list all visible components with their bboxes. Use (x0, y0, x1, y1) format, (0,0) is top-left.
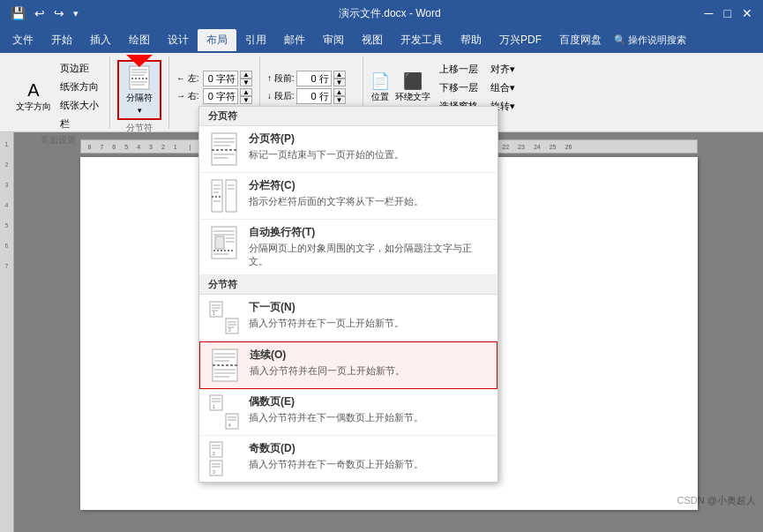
bring-forward-button[interactable]: 上移一层 (436, 61, 482, 78)
odd-page-text: 奇数页(D) 插入分节符并在下一奇数页上开始新节。 (249, 441, 489, 471)
tab-file[interactable]: 文件 (4, 29, 42, 51)
title-bar-left: 💾 ↩ ↪ ▾ (7, 4, 79, 22)
indent-left-label: ← 左: (176, 72, 201, 85)
next-page-desc: 插入分节符并在下一页上开始新节。 (249, 317, 489, 330)
watermark: CSDN @小奥超人 (677, 494, 756, 507)
even-page-item[interactable]: 1 4 偶数页(E) 插入分节符并在下一偶数页上开始新节。 (199, 389, 497, 436)
tab-references[interactable]: 引用 (236, 29, 275, 51)
tab-dev[interactable]: 开发工具 (392, 29, 452, 51)
redo-button[interactable]: ↪ (50, 4, 68, 22)
page-break-item[interactable]: 分页符(P) 标记一页结束与下一页开始的位置。 (199, 126, 497, 173)
paper-size-button[interactable]: 纸张大小 (56, 97, 102, 114)
document-title: 演示文件.docx - Word (339, 6, 441, 21)
svg-text:1: 1 (213, 404, 215, 409)
position-button[interactable]: 📄 位置 (370, 71, 390, 103)
spacing-after-row: ↓ 段后: ▲ ▼ (267, 88, 355, 104)
odd-page-item[interactable]: 2 3 奇数页(D) 插入分节符并在下一奇数页上开始新节。 (199, 436, 497, 482)
tab-start[interactable]: 开始 (42, 29, 81, 51)
wrap-break-title: 自动换行符(T) (249, 225, 489, 240)
column-break-title: 分栏符(C) (249, 178, 489, 193)
tab-review[interactable]: 审阅 (314, 29, 353, 51)
indent-right-row: → 右: ▲ ▼ (176, 88, 252, 104)
wrap-text-button[interactable]: ⬛ 环绕文字 (395, 71, 430, 103)
indent-left-up[interactable]: ▲ (240, 71, 252, 79)
continuous-title: 连续(O) (250, 348, 488, 363)
indent-right-down[interactable]: ▼ (240, 96, 252, 104)
even-page-icon: 1 4 (208, 394, 240, 430)
even-page-text: 偶数页(E) 插入分节符并在下一偶数页上开始新节。 (249, 394, 489, 424)
tab-wanxing[interactable]: 万兴PDF (490, 29, 550, 51)
wrap-break-item[interactable]: 自动换行符(T) 分隔网页上的对象周围的文字，如分隔题注文字与正文。 (199, 220, 497, 275)
indent-right-up[interactable]: ▲ (240, 88, 252, 96)
even-page-title: 偶数页(E) (249, 394, 489, 409)
maximize-button[interactable]: □ (721, 4, 735, 22)
page-break-text: 分页符(P) 标记一页结束与下一页开始的位置。 (249, 131, 489, 161)
quick-access-toolbar: 💾 ↩ ↪ ▾ (7, 4, 79, 22)
svg-marker-0 (126, 55, 153, 67)
page-break-header: 分页符 (199, 107, 497, 126)
group-button[interactable]: 组合▾ (487, 79, 519, 96)
indent-controls: ← 左: ▲ ▼ → 右: ▲ ▼ (176, 71, 252, 104)
continuous-item[interactable]: 连续(O) 插入分节符并在同一页上开始新节。 (199, 341, 497, 389)
tab-mail[interactable]: 邮件 (275, 29, 314, 51)
tab-layout[interactable]: 布局 (198, 29, 236, 51)
column-break-desc: 指示分栏符后面的文字将从下一栏开始。 (249, 195, 489, 208)
minimize-button[interactable]: ─ (701, 4, 717, 22)
section-break-header: 分节符 (199, 275, 497, 295)
spacing-after-down[interactable]: ▼ (333, 96, 346, 104)
svg-text:2: 2 (228, 327, 231, 333)
spacing-after-up[interactable]: ▲ (333, 88, 346, 96)
next-page-text: 下一页(N) 插入分节符并在下一页上开始新节。 (249, 300, 489, 330)
vertical-ruler: 1 2 3 4 5 6 7 (0, 132, 14, 532)
svg-rect-25 (215, 236, 224, 249)
column-break-item[interactable]: 分栏符(C) 指示分栏符后面的文字将从下一栏开始。 (199, 173, 497, 220)
tab-draw[interactable]: 绘图 (120, 29, 159, 51)
spacing-after-input[interactable] (296, 88, 332, 104)
indent-right-spinner: ▲ ▼ (240, 88, 252, 104)
tab-help[interactable]: 帮助 (452, 29, 490, 51)
spacing-before-spinner: ▲ ▼ (333, 71, 346, 86)
column-break-icon (208, 178, 240, 214)
wrap-break-desc: 分隔网页上的对象周围的文字，如分隔题注文字与正文。 (249, 242, 489, 269)
page-setup-group: A 文字方向 页边距 纸张方向 纸张大小 栏 页面设置 (7, 56, 110, 129)
orientation-button[interactable]: 纸张方向 (56, 79, 102, 95)
save-button[interactable]: 💾 (7, 4, 29, 22)
continuous-icon (209, 348, 241, 383)
send-backward-button[interactable]: 下移一层 (436, 79, 482, 96)
spacing-before-label: ↑ 段前: (267, 72, 295, 85)
column-break-text: 分栏符(C) 指示分栏符后面的文字将从下一栏开始。 (249, 178, 489, 208)
tab-baidu[interactable]: 百度网盘 (550, 29, 610, 51)
spacing-before-down[interactable]: ▼ (333, 79, 346, 86)
align-button[interactable]: 对齐▾ (487, 61, 519, 78)
svg-rect-8 (212, 133, 236, 165)
indent-right-input[interactable] (203, 88, 238, 104)
indent-left-spinner: ▲ ▼ (240, 71, 252, 86)
svg-text:4: 4 (228, 423, 231, 428)
section-break-group: 分隔符 ▾ 分节符 (110, 56, 169, 129)
columns-button[interactable]: 栏 (56, 116, 102, 132)
svg-rect-16 (226, 180, 236, 212)
indent-left-row: ← 左: ▲ ▼ (176, 71, 252, 86)
spacing-before-input[interactable] (296, 71, 332, 86)
text-direction-button[interactable]: A 文字方向 (14, 79, 53, 115)
dropdown-arrow[interactable]: ▾ (73, 8, 79, 19)
indent-left-down[interactable]: ▼ (240, 79, 252, 86)
next-page-title: 下一页(N) (249, 300, 489, 315)
spacing-before-up[interactable]: ▲ (333, 71, 346, 79)
search-box[interactable]: 🔍操作说明搜索 (614, 34, 686, 47)
tab-design[interactable]: 设计 (159, 29, 198, 51)
wrap-break-text: 自动换行符(T) 分隔网页上的对象周围的文字，如分隔题注文字与正文。 (249, 225, 489, 269)
undo-button[interactable]: ↩ (31, 4, 49, 22)
close-button[interactable]: ✕ (738, 4, 756, 22)
continuous-text: 连续(O) 插入分节符并在同一页上开始新节。 (250, 348, 488, 378)
continuous-desc: 插入分节符并在同一页上开始新节。 (250, 364, 488, 378)
section-break-dropdown: 分页符 分页符(P) 标记一页结束与下一页开始的位置。 (198, 106, 498, 483)
ribbon-tabs: 文件 开始 插入 绘图 设计 布局 引用 邮件 审阅 视图 开发工具 帮助 万兴… (0, 26, 763, 53)
tab-view[interactable]: 视图 (353, 29, 392, 51)
indent-right-label: → 右: (176, 90, 201, 102)
tab-insert[interactable]: 插入 (81, 29, 120, 51)
indent-left-input[interactable] (203, 71, 238, 86)
svg-text:1: 1 (213, 311, 215, 316)
next-page-item[interactable]: 1 2 下一页(N) 插入分节符并在下一页上开始新节。 (199, 295, 497, 341)
margin-button[interactable]: 页边距 (56, 60, 102, 77)
